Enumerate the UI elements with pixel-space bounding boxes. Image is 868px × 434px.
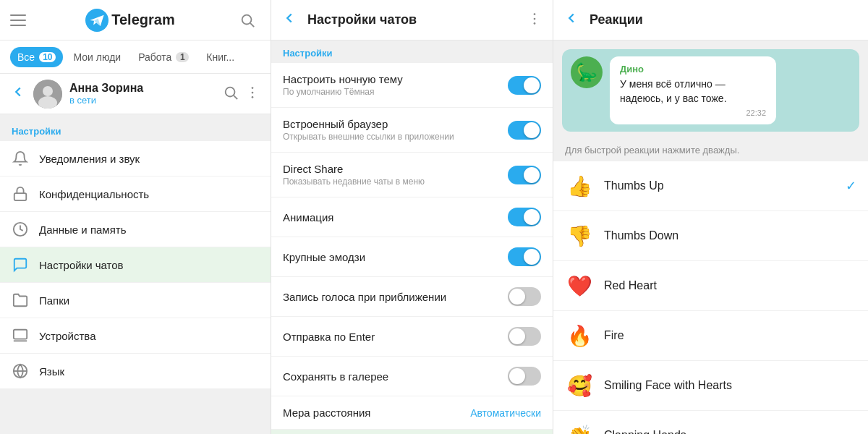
direct-share-toggle[interactable] xyxy=(508,166,541,184)
folder-icon xyxy=(12,292,29,309)
message-text: У меня всё отлично — надеюсь, и у вас то… xyxy=(620,77,766,106)
browser-subtitle: Открывать внешние ссылки в приложении xyxy=(283,132,508,142)
tab-work[interactable]: Работа 1 xyxy=(131,47,196,67)
chat-search-button[interactable] xyxy=(223,85,239,103)
large-emoji-toggle[interactable] xyxy=(508,247,541,266)
bell-icon xyxy=(12,150,29,167)
middle-item-large-emoji[interactable]: Крупные эмодзи xyxy=(271,237,553,277)
tab-all-badge: 10 xyxy=(39,52,56,62)
smiling-hearts-label: Smiling Face with Hearts xyxy=(604,379,856,392)
middle-item-distance[interactable]: Мера расстояния Автоматически xyxy=(271,396,553,430)
settings-item-chats[interactable]: Настройки чатов xyxy=(0,247,271,283)
right-back-arrow-icon xyxy=(563,10,579,26)
chat-username: Анна Зорина xyxy=(69,82,216,95)
red-heart-label: Red Heart xyxy=(604,279,856,292)
settings-item-notifications[interactable]: Уведомления и звук xyxy=(0,141,271,176)
tab-books[interactable]: Книг... xyxy=(199,47,242,67)
night-theme-text: Настроить ночную тему По умолчанию Тёмна… xyxy=(283,73,508,97)
save-gallery-text: Сохранять в галерее xyxy=(283,370,508,383)
svg-point-18 xyxy=(534,17,536,20)
middle-item-night-theme[interactable]: Настроить ночную тему По умолчанию Тёмна… xyxy=(271,63,553,108)
panel-right: Реакции 🦕 Дино У меня всё отлично — наде… xyxy=(553,0,868,434)
chat-status: в сети xyxy=(69,95,216,106)
tab-work-label: Работа xyxy=(138,51,171,63)
tab-all[interactable]: Все 10 xyxy=(10,47,63,67)
reaction-clapping-hands[interactable]: 👏 Clapping Hands xyxy=(553,411,868,434)
middle-more-button[interactable] xyxy=(527,11,542,30)
reaction-list: 👍 Thumbs Up ✓ 👎 Thumbs Down ❤️ Red Heart… xyxy=(553,161,868,434)
save-gallery-title: Сохранять в галерее xyxy=(283,370,508,383)
language-label: Язык xyxy=(39,365,64,378)
chats-settings-label: Настройки чатов xyxy=(39,259,124,271)
middle-item-direct-share[interactable]: Direct Share Показывать недавние чаты в … xyxy=(271,153,553,197)
globe-icon xyxy=(12,362,29,380)
voice-record-text: Запись голоса при приближении xyxy=(283,291,508,303)
browser-text: Встроенный браузер Открывать внешние ссы… xyxy=(283,118,508,142)
thumbs-down-label: Thumbs Down xyxy=(604,229,856,242)
clock-icon xyxy=(12,221,29,238)
middle-item-voice-record[interactable]: Запись голоса при приближении xyxy=(271,277,553,317)
search-button[interactable] xyxy=(234,7,260,33)
large-emoji-title: Крупные эмодзи xyxy=(283,251,508,263)
voice-record-toggle[interactable] xyxy=(508,287,541,306)
svg-point-1 xyxy=(242,14,252,24)
smiling-hearts-emoji: 🥰 xyxy=(565,371,594,400)
middle-item-save-gallery[interactable]: Сохранять в галерее xyxy=(271,357,553,396)
svg-point-19 xyxy=(534,22,536,25)
tab-books-label: Книг... xyxy=(206,51,234,63)
hamburger-menu[interactable] xyxy=(10,14,26,26)
settings-item-folders[interactable]: Папки xyxy=(0,283,271,318)
middle-item-browser[interactable]: Встроенный браузер Открывать внешние ссы… xyxy=(271,108,553,153)
middle-item-animation[interactable]: Анимация xyxy=(271,197,553,237)
animation-title: Анимация xyxy=(283,211,508,224)
night-theme-toggle[interactable] xyxy=(508,76,541,95)
reaction-red-heart[interactable]: ❤️ Red Heart xyxy=(553,261,868,311)
browser-toggle[interactable] xyxy=(508,121,541,140)
reaction-thumbs-down[interactable]: 👎 Thumbs Down xyxy=(553,211,868,261)
chat-user-info: Анна Зорина в сети xyxy=(69,82,216,106)
browser-title: Встроенный браузер xyxy=(283,118,508,130)
right-back-button[interactable] xyxy=(563,10,579,30)
back-button[interactable] xyxy=(10,84,26,103)
right-header: Реакции xyxy=(553,0,868,41)
chat-actions xyxy=(223,85,260,103)
middle-more-icon xyxy=(527,11,542,27)
large-emoji-text: Крупные эмодзи xyxy=(283,251,508,263)
distance-value: Автоматически xyxy=(470,407,541,419)
settings-item-data[interactable]: Данные и память xyxy=(0,212,271,247)
chat-more-icon xyxy=(244,85,260,101)
dino-avatar: 🦕 xyxy=(571,56,603,88)
settings-item-language[interactable]: Язык xyxy=(0,354,271,389)
tab-my-people[interactable]: Мои люди xyxy=(66,47,128,67)
back-arrow-icon xyxy=(10,84,26,100)
send-enter-text: Отправка по Enter xyxy=(283,331,508,343)
reaction-thumbs-up[interactable]: 👍 Thumbs Up ✓ xyxy=(553,161,868,211)
save-gallery-toggle[interactable] xyxy=(508,367,541,386)
reaction-smiling-hearts[interactable]: 🥰 Smiling Face with Hearts xyxy=(553,361,868,411)
settings-item-devices[interactable]: Устройства xyxy=(0,318,271,354)
message-preview: 🦕 Дино У меня всё отлично — надеюсь, и у… xyxy=(562,49,859,132)
send-enter-toggle[interactable] xyxy=(508,327,541,346)
message-bubble: Дино У меня всё отлично — надеюсь, и у в… xyxy=(610,56,776,124)
reaction-fire[interactable]: 🔥 Fire xyxy=(553,311,868,361)
chat-search-icon xyxy=(223,85,239,101)
folders-label: Папки xyxy=(39,294,69,307)
lock-icon xyxy=(12,185,29,203)
laptop-icon xyxy=(12,327,29,344)
tab-work-badge: 1 xyxy=(176,52,189,62)
top-bar: Telegram xyxy=(0,0,271,41)
chat-more-button[interactable] xyxy=(244,85,260,103)
svg-point-9 xyxy=(252,91,254,93)
animation-toggle[interactable] xyxy=(508,208,541,226)
middle-back-button[interactable] xyxy=(281,10,297,30)
svg-line-2 xyxy=(250,23,254,27)
message-time: 22:32 xyxy=(620,109,766,117)
middle-item-send-enter[interactable]: Отправка по Enter xyxy=(271,317,553,357)
direct-share-title: Direct Share xyxy=(283,163,508,175)
settings-item-privacy[interactable]: Конфиденциальность xyxy=(0,176,271,212)
fire-emoji: 🔥 xyxy=(565,321,594,350)
svg-rect-11 xyxy=(14,193,27,200)
middle-item-quick-reaction[interactable]: Быстрая реакция 👍 xyxy=(271,430,553,434)
app-name: Telegram xyxy=(111,12,174,28)
thumbs-up-check: ✓ xyxy=(846,178,856,194)
